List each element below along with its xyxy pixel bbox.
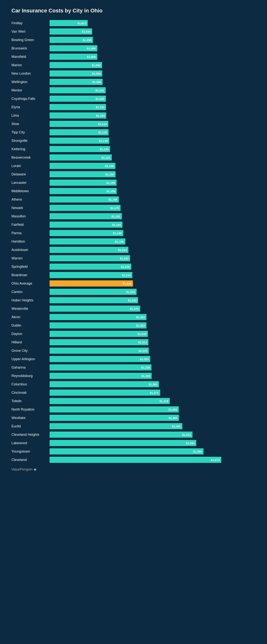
- city-label: Cleveland Heights: [11, 433, 50, 437]
- bar-wrapper: $1,303: [50, 322, 256, 328]
- bar-value-label: $1,586: [193, 450, 202, 453]
- bar-row: Columbus$1,365: [11, 380, 256, 388]
- city-label: Upper Arlington: [11, 357, 50, 361]
- bar: $1,419: [50, 398, 170, 404]
- city-label: Lakewood: [11, 441, 50, 445]
- bar-value-label: $1,034: [82, 30, 91, 33]
- bar-wrapper: $1,272: [50, 306, 256, 312]
- bar-row: Tipp City$1,115: [11, 129, 256, 136]
- bar-wrapper: $1,059: [50, 54, 256, 60]
- bar-value-label: $1,228: [121, 265, 130, 268]
- bar: $1,123: [50, 146, 110, 152]
- city-label: Akron: [11, 315, 50, 319]
- city-label: Ohio Average: [11, 282, 50, 286]
- bar-value-label: $1,329: [141, 374, 150, 378]
- bar: $1,213: [50, 247, 128, 253]
- bar-value-label: $1,012: [77, 22, 86, 25]
- bar-wrapper: $1,262: [50, 297, 256, 303]
- bar: $1,315: [50, 348, 149, 354]
- bar: $1,303: [50, 322, 146, 328]
- bar: $1,184: [50, 222, 122, 228]
- bar-wrapper: $1,012: [50, 20, 256, 26]
- bar-value-label: $1,038: [83, 38, 92, 42]
- bar-row: Massillon$1,181: [11, 213, 256, 220]
- bar: $1,303: [50, 314, 146, 320]
- footer-icon: ◆: [34, 467, 36, 472]
- bar-wrapper: $1,156: [50, 188, 256, 194]
- bar-wrapper: $1,114: [50, 121, 256, 127]
- bar-row: Canton$1,254: [11, 288, 256, 296]
- bar: $1,329: [50, 373, 152, 379]
- bar-wrapper: $1,303: [50, 314, 256, 320]
- bar: $1,254: [50, 289, 137, 295]
- bar-wrapper: $1,329: [50, 373, 256, 379]
- bar: $1,222: [50, 255, 130, 261]
- bar-row: Austintown$1,213: [11, 246, 256, 254]
- footer-logo: ValuePenguin: [11, 468, 33, 472]
- city-label: Athens: [11, 198, 50, 202]
- bar: $1,175: [50, 205, 121, 211]
- bar: $1,550: [50, 440, 196, 446]
- city-label: Dayton: [11, 332, 50, 336]
- city-label: Massillon: [11, 214, 50, 218]
- city-label: Canton: [11, 290, 50, 294]
- bar-row: Huber Heights$1,262: [11, 296, 256, 304]
- bar-wrapper: $1,371: [50, 390, 256, 396]
- bar-wrapper: $1,674: [50, 457, 256, 463]
- bar: $1,328: [50, 364, 151, 370]
- bar-wrapper: $1,233: [50, 272, 256, 278]
- city-label: Tipp City: [11, 130, 50, 134]
- bar-value-label: $1,166: [108, 198, 117, 201]
- bar-wrapper: $1,310: [50, 331, 256, 337]
- bar: $1,104: [50, 112, 106, 118]
- bar-value-label: $1,481: [172, 425, 181, 428]
- bar-wrapper: $1,463: [50, 406, 256, 412]
- city-label: Mentor: [11, 88, 50, 92]
- bar-row: Ohio Average$1,236: [11, 280, 256, 287]
- bar: $1,198: [50, 238, 125, 244]
- bar-value-label: $1,083: [92, 64, 100, 67]
- bar-wrapper: $1,464: [50, 415, 256, 421]
- city-label: Gahanna: [11, 366, 50, 370]
- bar-row: Akron$1,303: [11, 314, 256, 321]
- bar-value-label: $1,156: [106, 190, 115, 193]
- bar-row: Van Wert$1,034: [11, 28, 256, 35]
- bar-row: Cleveland Heights$1,531: [11, 431, 256, 438]
- bar-wrapper: $1,236: [50, 280, 256, 286]
- bar-wrapper: $1,328: [50, 364, 256, 370]
- bar-chart: Findlay$1,012Van Wert$1,034Bowling Green…: [11, 20, 256, 464]
- city-label: Euclid: [11, 424, 50, 428]
- city-label: Cincinnati: [11, 391, 50, 395]
- bar-row: Boardman$1,233: [11, 272, 256, 279]
- bar-value-label: $1,262: [128, 299, 137, 302]
- bar-row: Lorain$1,149: [11, 162, 256, 170]
- bar-value-label: $1,123: [100, 148, 108, 151]
- bar: $1,188: [50, 230, 123, 236]
- bar-wrapper: $1,059: [50, 45, 256, 51]
- bar-row: Westlake$1,464: [11, 414, 256, 422]
- bar: $1,084: [50, 70, 102, 76]
- bar-value-label: $1,233: [122, 274, 131, 277]
- bar: $1,150: [50, 171, 116, 177]
- city-label: Kettering: [11, 147, 50, 151]
- city-label: Cuyahoga Falls: [11, 97, 50, 101]
- bar-row: Dublin$1,303: [11, 322, 256, 329]
- bar-value-label: $1,322: [140, 358, 149, 361]
- bar: $1,272: [50, 306, 140, 312]
- bar-wrapper: $1,166: [50, 196, 256, 202]
- bar-value-label: $1,059: [87, 47, 96, 50]
- bar-row: Findlay$1,012: [11, 20, 256, 27]
- bar-row: Lakewood$1,550: [11, 440, 256, 447]
- bar-wrapper: $1,586: [50, 448, 256, 454]
- bar-wrapper: $1,149: [50, 163, 256, 169]
- bar-wrapper: $1,198: [50, 238, 256, 244]
- bar: $1,481: [50, 423, 182, 429]
- bar-wrapper: $1,365: [50, 381, 256, 387]
- bar: $1,101: [50, 87, 106, 93]
- bar: $1,464: [50, 415, 179, 421]
- bar: $1,233: [50, 272, 132, 278]
- city-label: Findlay: [11, 21, 50, 25]
- bar-value-label: $1,184: [112, 223, 121, 226]
- bar-value-label: $1,313: [138, 341, 147, 344]
- bar-wrapper: $1,228: [50, 264, 256, 270]
